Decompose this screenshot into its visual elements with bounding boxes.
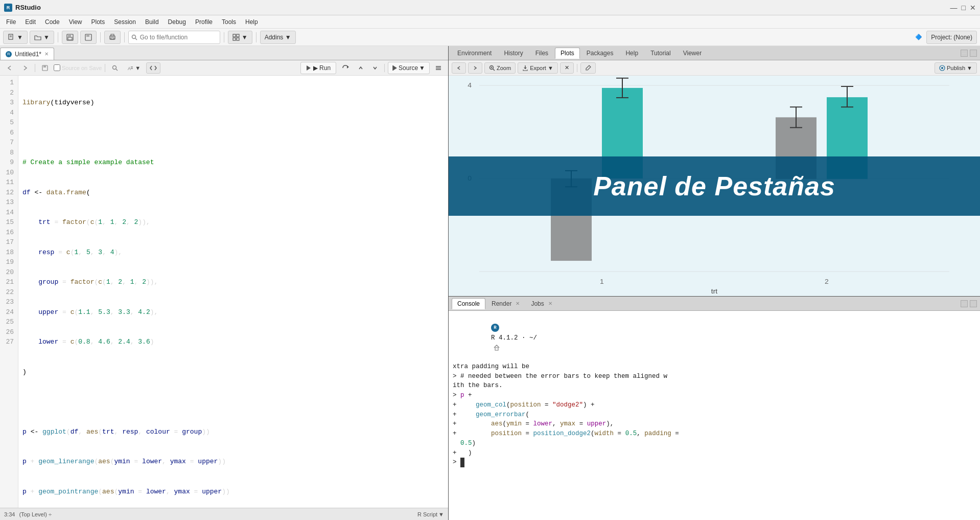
right-top-maximize[interactable]: □ — [970, 50, 977, 57]
export-btn[interactable]: Export ▼ — [518, 62, 558, 74]
tab-help[interactable]: Help — [620, 48, 644, 59]
r-logo-icon: R — [491, 324, 499, 332]
rerun-btn[interactable] — [338, 62, 353, 74]
svg-marker-26 — [393, 65, 397, 71]
search-icon — [112, 65, 118, 71]
zoom-icon — [489, 65, 495, 71]
code-line-3: # Create a simple example dataset — [22, 157, 444, 168]
tab-environment[interactable]: Environment — [452, 48, 497, 59]
cursor-position: 3:34 — [4, 511, 15, 517]
save-btn[interactable] — [62, 31, 78, 44]
right-panel: Environment History Files Plots Packages… — [449, 46, 980, 520]
source-on-save-checkbox[interactable] — [54, 64, 60, 71]
console-line-3: ith the bars. — [453, 381, 976, 391]
code-btn[interactable] — [146, 62, 160, 74]
menu-view[interactable]: View — [65, 17, 86, 27]
save-all-btn[interactable] — [80, 31, 97, 44]
svg-rect-18 — [43, 65, 46, 67]
console-maximize[interactable]: □ — [970, 300, 977, 307]
titlebar-controls[interactable]: — □ ✕ — [950, 4, 976, 12]
menu-build[interactable]: Build — [141, 17, 163, 27]
console-line-10: + ) — [453, 448, 976, 458]
menu-plots[interactable]: Plots — [87, 17, 109, 27]
svg-rect-15 — [233, 38, 236, 40]
prev-plot-btn[interactable] — [452, 62, 466, 74]
zoom-btn[interactable]: Zoom — [484, 62, 516, 74]
close-btn[interactable]: ✕ — [970, 4, 976, 12]
tab-packages[interactable]: Packages — [581, 48, 619, 59]
pane-layout-btn[interactable]: ▼ — [228, 31, 252, 44]
svg-rect-4 — [68, 34, 71, 37]
search-btn[interactable] — [108, 62, 122, 74]
right-top-minimize[interactable]: — — [961, 50, 968, 57]
svg-text:A: A — [128, 66, 131, 71]
clear-plot-btn[interactable]: ✕ — [560, 62, 574, 74]
jobs-tab-close[interactable]: ✕ — [548, 301, 552, 306]
export-icon — [522, 65, 528, 71]
menu-code[interactable]: Code — [41, 17, 64, 27]
editor-forward-btn[interactable] — [18, 62, 32, 74]
publish-btn[interactable]: Publish ▼ — [935, 62, 977, 74]
tab-history[interactable]: History — [498, 48, 528, 59]
menu-debug[interactable]: Debug — [164, 17, 190, 27]
tab-jobs[interactable]: Jobs ✕ — [526, 298, 557, 309]
minimize-btn[interactable]: — — [950, 4, 958, 12]
tab-tutorial[interactable]: Tutorial — [645, 48, 676, 59]
tab-console[interactable]: Console — [452, 298, 485, 309]
console-minimize[interactable]: — — [961, 300, 968, 307]
code-lines[interactable]: library(tidyverse) # Create a simple exa… — [18, 76, 448, 508]
editor-tab-untitled1[interactable]: R Untitled1* ✕ — [0, 48, 54, 60]
editor-options-btn[interactable] — [432, 62, 445, 74]
options-icon — [435, 65, 441, 71]
editor-tabbar: R Untitled1* ✕ — [0, 46, 448, 60]
maximize-btn[interactable]: □ — [962, 4, 966, 12]
render-tab-close[interactable]: ✕ — [516, 301, 520, 306]
editor-tab-close[interactable]: ✕ — [44, 51, 49, 57]
svg-text:2: 2 — [825, 278, 829, 285]
menu-help[interactable]: Help — [241, 17, 262, 27]
next-plot-btn[interactable] — [468, 62, 482, 74]
console-area[interactable]: R R 4.1.2 · ~/ xtra padding will be > # … — [449, 311, 980, 520]
code-line-9: lower = c(0.8, 4.6, 2.4, 3.6) — [22, 337, 444, 347]
save-editor-btn[interactable] — [38, 62, 52, 74]
tab-files[interactable]: Files — [530, 48, 554, 59]
spell-dropdown: ▼ — [135, 65, 141, 71]
editor-tab-label: Untitled1* — [15, 51, 41, 58]
tab-viewer[interactable]: Viewer — [678, 48, 707, 59]
menu-profile[interactable]: Profile — [191, 17, 217, 27]
print-btn[interactable] — [104, 31, 121, 44]
up-btn[interactable] — [355, 62, 367, 74]
menu-file[interactable]: File — [2, 17, 20, 27]
console-line-7: + aes(ymin = lower, ymax = upper), — [453, 419, 976, 429]
editor-back-btn[interactable] — [3, 62, 16, 74]
source-on-save-label[interactable]: Source on Save — [54, 64, 102, 71]
source-dropdown-icon: ▼ — [419, 64, 425, 72]
console-line-4: > p + — [453, 391, 976, 400]
code-editor[interactable]: 12345 678910 1112131415 1617181920 21222… — [0, 76, 448, 508]
toolbar-divider-1 — [58, 32, 58, 42]
menu-session[interactable]: Session — [110, 17, 140, 27]
rerun-icon — [342, 64, 349, 72]
spellcheck-btn[interactable]: A ▼ — [124, 62, 144, 74]
new-file-btn[interactable]: ▼ — [3, 31, 28, 44]
app-title: RStudio — [15, 4, 41, 11]
source-btn[interactable]: Source ▼ — [388, 62, 430, 74]
menu-tools[interactable]: Tools — [218, 17, 240, 27]
tab-plots[interactable]: Plots — [555, 48, 580, 59]
tab-render[interactable]: Render ✕ — [486, 298, 525, 309]
project-btn[interactable]: Project: (None) — [926, 31, 977, 44]
svg-rect-5 — [68, 37, 72, 40]
console-prompt-line: > | — [453, 458, 976, 467]
editor-toolbar: Source on Save A ▼ ▶ Run — [0, 60, 448, 76]
addins-btn[interactable]: Addins ▼ — [260, 31, 296, 44]
goto-input[interactable] — [128, 31, 220, 44]
brush-btn[interactable] — [580, 62, 596, 74]
run-btn[interactable]: ▶ Run — [300, 62, 336, 74]
console-line-5: + geom_col(position = "dodge2") + — [453, 400, 976, 410]
open-file-btn[interactable]: ▼ — [30, 31, 54, 44]
script-dropdown-icon[interactable]: ▼ — [438, 511, 444, 517]
open-folder-icon — [34, 34, 41, 40]
menu-edit[interactable]: Edit — [21, 17, 40, 27]
main-toolbar: ▼ ▼ ▼ Addins ▼ 🔷 Project: (None) — [0, 29, 980, 46]
down-btn[interactable] — [369, 62, 381, 74]
